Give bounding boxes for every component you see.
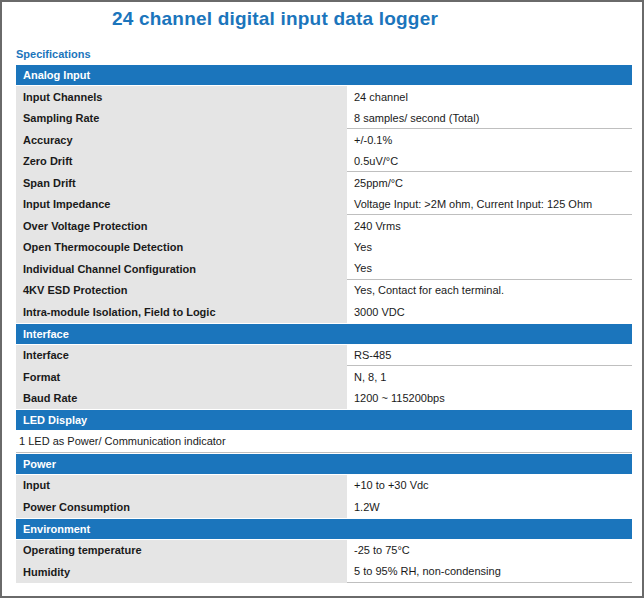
spec-value-cell: Yes xyxy=(347,237,632,259)
section-header-power: Power xyxy=(16,454,632,474)
spec-label-cell: Input Impedance xyxy=(16,194,347,216)
spec-label-cell: Accuracy xyxy=(16,129,347,151)
table-row-intra-module-isolation-field-to-logic: Intra-module Isolation, Field to Logic30… xyxy=(16,301,632,323)
table-row-humidity: Humidity5 to 95% RH, non-condensing xyxy=(16,561,632,583)
spec-value-cell: 3000 VDC xyxy=(347,301,632,323)
spec-table: Analog InputInput Channels24 channelSamp… xyxy=(16,65,632,583)
spec-label-cell: Sampling Rate xyxy=(16,108,347,130)
spec-value-cell: RS-485 xyxy=(347,345,632,367)
table-row-accuracy: Accuracy+/-0.1% xyxy=(16,129,632,151)
spec-label-cell: Zero Drift xyxy=(16,151,347,173)
spec-value-cell: +/-0.1% xyxy=(347,129,632,151)
section-header-environment: Environment xyxy=(16,519,632,539)
table-row-power-consumption: Power Consumption1.2W xyxy=(16,496,632,518)
spec-label-cell: Input xyxy=(16,475,347,497)
table-row-open-thermocouple-detection: Open Thermocouple DetectionYes xyxy=(16,237,632,259)
table-row-baud-rate: Baud Rate1200 ~ 115200bps xyxy=(16,388,632,410)
table-row-zero-drift: Zero Drift0.5uV/°C xyxy=(16,151,632,173)
table-row-input: Input+10 to +30 Vdc xyxy=(16,475,632,497)
table-row-individual-channel-configuration: Individual Channel ConfigurationYes xyxy=(16,258,632,280)
spec-value-cell: 8 samples/ second (Total) xyxy=(347,108,632,130)
spec-label-cell: Intra-module Isolation, Field to Logic xyxy=(16,301,347,323)
spec-value-cell: Yes xyxy=(347,258,632,280)
spec-value-cell: 0.5uV/°C xyxy=(347,151,632,173)
spec-value-cell: 5 to 95% RH, non-condensing xyxy=(347,561,632,583)
spec-value-cell: 1200 ~ 115200bps xyxy=(347,388,632,410)
section-header-analog-input: Analog Input xyxy=(16,65,632,85)
section-note-led-display: 1 LED as Power/ Communication indicator xyxy=(16,431,632,453)
spec-label-cell: Span Drift xyxy=(16,172,347,194)
table-row-4kv-esd-protection: 4KV ESD ProtectionYes, Contact for each … xyxy=(16,280,632,302)
table-row-input-impedance: Input ImpedanceVoltage Input: >2M ohm, C… xyxy=(16,194,632,216)
spec-label-cell: Open Thermocouple Detection xyxy=(16,237,347,259)
spec-label-cell: Baud Rate xyxy=(16,388,347,410)
table-row-interface: InterfaceRS-485 xyxy=(16,345,632,367)
spec-value-cell: 240 Vrms xyxy=(347,215,632,237)
spec-value-cell: Yes, Contact for each terminal. xyxy=(347,280,632,302)
spec-label-cell: Operating temperature xyxy=(16,540,347,562)
specifications-heading: Specifications xyxy=(16,48,642,60)
spec-label-cell: Power Consumption xyxy=(16,496,347,518)
spec-label-cell: Input Channels xyxy=(16,86,347,108)
section-header-led-display: LED Display xyxy=(16,410,632,430)
spec-label-cell: Over Voltage Protection xyxy=(16,215,347,237)
spec-page: 24 channel digital input data logger Spe… xyxy=(0,0,644,598)
section-header-interface: Interface xyxy=(16,324,632,344)
table-row-format: FormatN, 8, 1 xyxy=(16,366,632,388)
spec-label-cell: Individual Channel Configuration xyxy=(16,258,347,280)
table-row-input-channels: Input Channels24 channel xyxy=(16,86,632,108)
spec-label-cell: 4KV ESD Protection xyxy=(16,280,347,302)
spec-value-cell: +10 to +30 Vdc xyxy=(347,475,632,497)
table-row-sampling-rate: Sampling Rate8 samples/ second (Total) xyxy=(16,108,632,130)
table-row-operating-temperature: Operating temperature-25 to 75°C xyxy=(16,540,632,562)
spec-value-cell: Voltage Input: >2M ohm, Current Input: 1… xyxy=(347,194,632,216)
spec-value-cell: N, 8, 1 xyxy=(347,366,632,388)
page-title: 24 channel digital input data logger xyxy=(2,8,548,30)
spec-value-cell: 25ppm/°C xyxy=(347,172,632,194)
table-row-over-voltage-protection: Over Voltage Protection240 Vrms xyxy=(16,215,632,237)
spec-value-cell: -25 to 75°C xyxy=(347,540,632,562)
spec-label-cell: Humidity xyxy=(16,561,347,583)
spec-label-cell: Format xyxy=(16,366,347,388)
spec-label-cell: Interface xyxy=(16,345,347,367)
table-row-span-drift: Span Drift25ppm/°C xyxy=(16,172,632,194)
spec-value-cell: 24 channel xyxy=(347,86,632,108)
spec-value-cell: 1.2W xyxy=(347,496,632,518)
